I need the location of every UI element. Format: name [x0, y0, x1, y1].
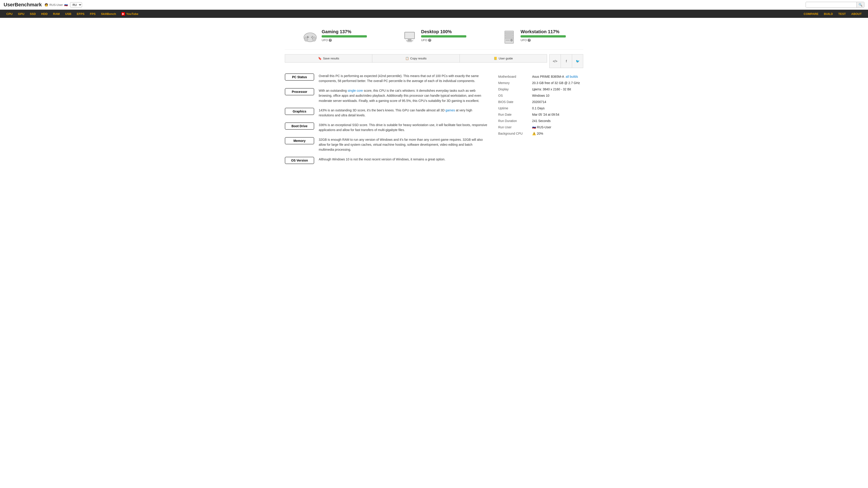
svg-rect-11 [408, 39, 411, 40]
two-col: PC Status Overall this PC is performing … [285, 73, 583, 168]
desktop-help-icon[interactable]: ? [428, 39, 431, 42]
user-info: 🧑 RUS-User 🇷🇺 [44, 3, 68, 6]
sysinfo-label-os: OS [497, 92, 531, 99]
svg-rect-19 [506, 40, 510, 41]
svg-point-5 [311, 37, 312, 38]
table-row: Memory 20.3 GB free of 32 GB @ 2.7 GHz [497, 80, 583, 86]
desktop-score-bar [421, 35, 466, 37]
sysinfo-value-os: Windows 10 [531, 92, 583, 99]
search-button[interactable]: 🔍 [857, 2, 864, 7]
sysinfo-value-bg-cpu: ⚠️ 20% [531, 130, 583, 137]
svg-rect-10 [405, 33, 414, 38]
nav-efps[interactable]: EFPS [74, 10, 87, 18]
nav-compare[interactable]: COMPARE [801, 10, 821, 18]
sysinfo-value-display: Цвета: 3840 x 2160 - 32 Bit [531, 86, 583, 92]
desktop-icon [402, 29, 417, 45]
processor-row: Processor With an outstanding single cor… [285, 88, 488, 103]
boot-drive-label: Boot Drive [285, 123, 314, 130]
desktop-score-title: Desktop 100% [421, 29, 466, 34]
nav-skillbench[interactable]: SkillBench [98, 10, 119, 18]
save-results-button[interactable]: 🔖 Save results [285, 54, 372, 63]
sysinfo-label-run-duration: Run Duration [497, 118, 531, 124]
boot-drive-button[interactable]: Boot Drive [285, 123, 314, 130]
user-guide-button[interactable]: 📒 User guide [460, 54, 547, 63]
boot-drive-row: Boot Drive 336% is an exceptional SSD sc… [285, 123, 488, 133]
pc-status-button[interactable]: PC Status [285, 73, 314, 80]
gaming-score-info: Gaming 137% UFO ? [322, 29, 367, 42]
nav-usb[interactable]: USB [62, 10, 74, 18]
desktop-ufo: UFO ? [421, 38, 466, 42]
svg-point-18 [510, 39, 513, 41]
action-buttons: 🔖 Save results 📋 Copy results 📒 User gui… [285, 54, 547, 63]
score-cards: Gaming 137% UFO ? [285, 22, 583, 50]
os-version-row: OS Version Although Windows 10 is not th… [285, 157, 488, 164]
nav-youtube-label: YouTube [126, 12, 138, 15]
table-row: Background CPU ⚠️ 20% [497, 130, 583, 137]
svg-point-7 [304, 37, 308, 41]
sysinfo-value-memory: 20.3 GB free of 32 GB @ 2.7 GHz [531, 80, 583, 86]
memory-text: 32GB is enough RAM to run any version of… [319, 137, 488, 152]
bookmark-icon: 🔖 [318, 57, 322, 60]
sysinfo-value-uptime: 0.1 Days [531, 105, 583, 111]
sysinfo-value-run-duration: 241 Seconds [531, 118, 583, 124]
sysinfo-label-memory: Memory [497, 80, 531, 86]
games-link[interactable]: games [445, 108, 455, 112]
site-title[interactable]: UserBenchmark [4, 2, 42, 8]
sysinfo-label-uptime: Uptime [497, 105, 531, 111]
workstation-score-title: Workstation 117% [521, 29, 566, 34]
nav-test[interactable]: TEST [836, 10, 848, 18]
workstation-score-info: Workstation 117% UFO ? [521, 29, 566, 42]
svg-point-3 [312, 36, 313, 37]
facebook-button[interactable]: f [561, 54, 572, 68]
memory-row: Memory 32GB is enough RAM to run any ver… [285, 137, 488, 152]
svg-point-8 [312, 37, 316, 41]
embed-button[interactable]: </> [549, 54, 561, 68]
lang-selector[interactable]: RU EN DE FR [70, 2, 82, 7]
copy-icon: 📋 [405, 57, 409, 60]
all-builds-link[interactable]: all builds [566, 75, 578, 78]
sysinfo-label-bg-cpu: Background CPU [497, 130, 531, 137]
gaming-help-icon[interactable]: ? [329, 39, 332, 42]
workstation-icon [501, 29, 517, 45]
sysinfo-table: Motherboard Asus PRIME B365M-A all build… [497, 73, 583, 137]
nav-ssd[interactable]: SSD [27, 10, 39, 18]
processor-label: Processor [285, 88, 314, 95]
nav-build[interactable]: BUILD [821, 10, 836, 18]
sysinfo-label-motherboard: Motherboard [497, 73, 531, 80]
workstation-score-bar [521, 35, 566, 37]
username: RUS-User [50, 3, 63, 6]
svg-rect-15 [505, 32, 513, 34]
svg-rect-13 [407, 41, 412, 42]
nav-hdd[interactable]: HDD [38, 10, 50, 18]
graphics-button[interactable]: Graphics [285, 108, 314, 115]
workstation-help-icon[interactable]: ? [528, 39, 531, 42]
os-version-button[interactable]: OS Version [285, 157, 314, 164]
sysinfo-label-bios: BIOS Date [497, 99, 531, 105]
pc-status-row: PC Status Overall this PC is performing … [285, 73, 488, 84]
nav-about[interactable]: ABOUT [848, 10, 864, 18]
twitter-button[interactable]: 🐦 [572, 54, 583, 68]
graphics-row: Graphics 143% is an outstanding 3D score… [285, 108, 488, 118]
nav-fps[interactable]: FPS [87, 10, 98, 18]
nav-bar: CPU GPU SSD HDD RAM USB EFPS FPS SkillBe… [0, 10, 868, 18]
sysinfo-label-run-date: Run Date [497, 111, 531, 118]
table-row: OS Windows 10 [497, 92, 583, 99]
gaming-ufo: UFO ? [322, 38, 367, 42]
nav-ram[interactable]: RAM [51, 10, 63, 18]
memory-button[interactable]: Memory [285, 137, 314, 144]
nav-youtube[interactable]: ▶ YouTube [119, 10, 141, 18]
sysinfo-value-motherboard: Asus PRIME B365M-A all builds [531, 73, 583, 80]
guide-icon: 📒 [494, 57, 497, 60]
processor-button[interactable]: Processor [285, 88, 314, 95]
single-core-link[interactable]: single core [348, 89, 363, 92]
workstation-score-bar-container [521, 35, 566, 37]
workstation-score-card: Workstation 117% UFO ? [501, 29, 566, 45]
twitter-icon: 🐦 [576, 59, 580, 63]
gaming-score-bar-container [322, 35, 367, 37]
nav-cpu[interactable]: CPU [4, 10, 15, 18]
gaming-score-card: Gaming 137% UFO ? [302, 29, 367, 45]
nav-gpu[interactable]: GPU [15, 10, 27, 18]
gaming-icon [302, 29, 318, 45]
search-input[interactable] [806, 2, 857, 7]
copy-results-button[interactable]: 📋 Copy results [372, 54, 459, 63]
